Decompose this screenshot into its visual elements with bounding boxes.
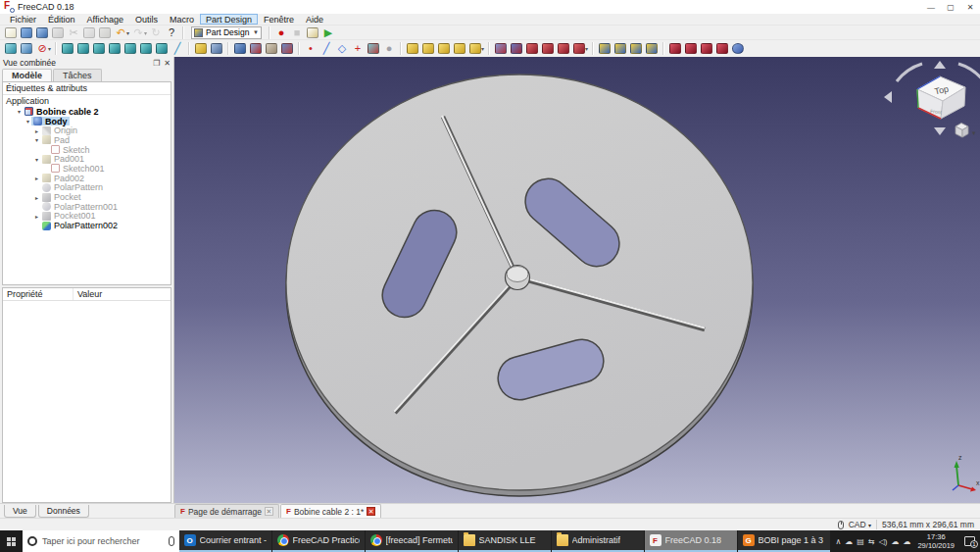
tree-item-pad002[interactable]: ▸Pad002 — [3, 174, 171, 183]
workbench-selector[interactable]: Part Design ▼ — [191, 26, 262, 39]
menu-part-design[interactable]: Part Design — [200, 14, 258, 25]
volume-icon[interactable]: ◁) — [879, 537, 888, 546]
draw-style-button[interactable]: ⊘▾ — [34, 42, 52, 56]
tree-item-sketch[interactable]: Sketch — [3, 145, 171, 155]
taskbar-button-freecad-fermetur[interactable]: [freecad] Fermetur... — [366, 530, 458, 552]
taskbar-button-freecad-0-18[interactable]: FFreeCAD 0.18 — [645, 530, 737, 552]
undo-dropdown-icon[interactable]: ▾ — [126, 29, 129, 36]
edit-sketch-button[interactable] — [232, 42, 248, 56]
tray-expand-icon[interactable]: ∧ — [836, 537, 842, 546]
tab-vue[interactable]: Vue — [4, 505, 36, 518]
additive-loft-button[interactable] — [436, 42, 452, 56]
undo-button[interactable]: ↶▾ — [113, 25, 130, 39]
polar-pattern-button[interactable] — [628, 42, 644, 56]
menu-affichage[interactable]: Affichage — [81, 14, 129, 25]
datum-coordinate-system-button[interactable]: + — [350, 42, 366, 56]
view-right-button[interactable] — [107, 42, 122, 56]
maximize-button[interactable]: ▢ — [941, 3, 960, 12]
pocket-button[interactable] — [493, 42, 509, 56]
tree-item-pad001[interactable]: ▾Pad001 — [3, 154, 171, 164]
macro-execute-button[interactable]: ▶ — [320, 25, 336, 39]
taskbar-button-administratif[interactable]: Administratif — [552, 530, 644, 552]
view-left-button[interactable] — [154, 42, 170, 56]
view-rear-button[interactable] — [122, 42, 138, 56]
dock-close-icon[interactable]: ✕ — [164, 59, 171, 68]
tree-item-origin[interactable]: ▸Origin — [3, 125, 171, 135]
taskbar-button-sandisk-lle[interactable]: SANDISK LLE — [459, 530, 551, 552]
redo-dropdown-icon[interactable]: ▾ — [144, 29, 147, 36]
datum-point-button[interactable]: • — [303, 42, 318, 56]
section-view-button[interactable] — [279, 42, 295, 56]
boolean-cut-button[interactable] — [683, 42, 699, 56]
tab-close-icon[interactable]: ✕ — [265, 507, 273, 516]
view-fit-all-button[interactable] — [3, 42, 19, 56]
datum-line-button[interactable]: ╱ — [318, 42, 334, 56]
datum-plane-button[interactable]: ◇ — [334, 42, 350, 56]
create-body-button[interactable] — [193, 42, 209, 56]
additive-primitive-dropdown-icon[interactable]: ▾ — [481, 45, 484, 52]
dock-float-icon[interactable]: ❐ — [153, 59, 160, 68]
multitransform-button[interactable] — [644, 42, 660, 56]
collapse-icon[interactable]: ▾ — [33, 136, 40, 143]
collapse-icon[interactable]: ▾ — [24, 118, 31, 125]
open-file-button[interactable] — [19, 25, 34, 39]
new-file-button[interactable] — [3, 25, 19, 39]
nav-mini-cube-caret[interactable]: ▾ — [972, 129, 976, 136]
taskbar-button-bobi-page-1-3-c[interactable]: GBOBI page 1 à 3 - C... — [738, 530, 830, 552]
tree-item-pad[interactable]: ▾Pad — [3, 135, 171, 145]
tree-item-polarpattern002[interactable]: PolarPattern002 — [3, 221, 171, 230]
document-tab-page-de-d-marrage[interactable]: FPage de démarrage✕ — [174, 504, 279, 518]
taskbar-clock[interactable]: 17:36 29/10/2019 — [914, 532, 957, 551]
cloud-sync-icon-2[interactable]: ☁ — [903, 537, 910, 546]
minimize-button[interactable]: — — [921, 3, 941, 12]
close-button[interactable]: ✕ — [960, 3, 980, 12]
create-sketch-button[interactable] — [209, 42, 224, 56]
additive-primitive-button[interactable]: ▾ — [467, 42, 485, 56]
view-front-button[interactable] — [75, 42, 91, 56]
start-button[interactable] — [0, 530, 23, 552]
tree-item-pocket[interactable]: ▸Pocket — [3, 192, 171, 202]
groove-button[interactable] — [524, 42, 540, 56]
tab-tâches[interactable]: Tâches — [53, 69, 102, 81]
tab-modèle[interactable]: Modèle — [2, 69, 52, 81]
tree-item-polarpattern[interactable]: PolarPattern — [3, 183, 171, 193]
clone-button[interactable]: ● — [381, 42, 397, 56]
linear-pattern-button[interactable] — [612, 42, 628, 56]
spool-disc-model[interactable] — [286, 75, 753, 496]
document-tab-bobine-cable-2-1-[interactable]: FBobine cable 2 : 1*✕ — [280, 504, 381, 518]
revolution-button[interactable] — [420, 42, 436, 56]
expand-icon[interactable]: ▸ — [33, 213, 40, 220]
draw-style-dropdown-icon[interactable]: ▾ — [48, 45, 51, 52]
boolean-operation-button[interactable] — [667, 42, 683, 56]
mirrored-button[interactable] — [597, 42, 612, 56]
expand-icon[interactable]: ▸ — [33, 194, 40, 201]
taskbar-button-freecad-practice-p[interactable]: FreeCAD Practice P... — [272, 530, 365, 552]
tree-root-application[interactable]: Application — [3, 95, 171, 107]
collapse-icon[interactable]: ▾ — [33, 156, 40, 163]
tree-item-pocket001[interactable]: ▸Pocket001 — [3, 212, 171, 222]
3d-viewport[interactable]: Top Front ▾ x z — [174, 57, 980, 503]
subtractive-primitive-button[interactable]: ▾ — [571, 42, 589, 56]
boolean-common-button[interactable] — [699, 42, 714, 56]
network-icon[interactable]: ⇆ — [868, 537, 875, 546]
notification-center-icon[interactable]: 1 — [964, 536, 975, 546]
whats-this-button[interactable]: ? — [164, 25, 179, 39]
view-top-button[interactable] — [91, 42, 107, 56]
onedrive-icon[interactable]: ☁ — [845, 537, 853, 546]
tab-close-icon[interactable]: ✕ — [367, 507, 375, 516]
tree-item-bobine-cable-2[interactable]: ▾Bobine cable 2 — [3, 107, 171, 117]
pen-input-icon[interactable]: ▤ — [857, 537, 864, 546]
subtractive-loft-button[interactable] — [540, 42, 556, 56]
measure-distance-button[interactable]: ╱ — [170, 42, 185, 56]
tree-item-polarpattern001[interactable]: PolarPattern001 — [3, 202, 171, 212]
property-column-header[interactable]: Propriété — [3, 288, 74, 300]
tree-item-sketch001[interactable]: Sketch001 — [3, 164, 171, 174]
map-sketch-button[interactable] — [248, 42, 264, 56]
save-file-button[interactable] — [34, 25, 50, 39]
boolean-section-button[interactable] — [714, 42, 730, 56]
hole-button[interactable] — [509, 42, 524, 56]
menu-fen-tre[interactable]: Fenêtre — [258, 14, 300, 25]
taskbar-button-courrier-entrant-r[interactable]: OCourrier entrant - R... — [179, 530, 271, 552]
collapse-icon[interactable]: ▾ — [16, 108, 23, 115]
value-column-header[interactable]: Valeur — [74, 288, 106, 300]
